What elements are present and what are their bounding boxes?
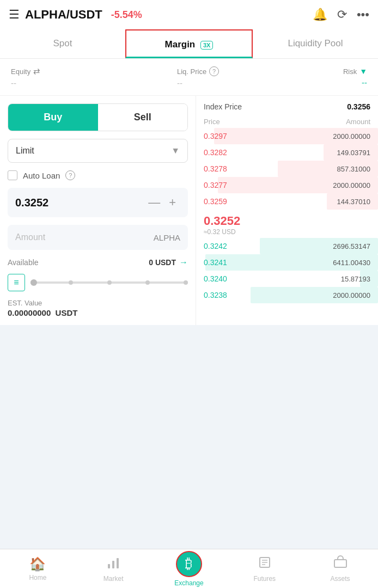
orderbook-col-headers: Price Amount — [196, 115, 378, 128]
buy-order-3[interactable]: 0.3240 15.87193 — [196, 271, 378, 287]
buy-button[interactable]: Buy — [8, 104, 98, 131]
nav-assets[interactable]: Assets — [302, 549, 378, 588]
trading-area: Buy Sell Limit ▼ Auto Loan ? 0.3252 — + — [0, 96, 378, 325]
nav-home[interactable]: 🏠 Home — [0, 549, 76, 588]
sell-orders: 0.3297 2000.00000 0.3282 149.03791 0.327… — [196, 128, 378, 210]
index-price-label: Index Price — [204, 102, 242, 111]
buy-sell-toggle: Buy Sell — [8, 103, 188, 131]
equity-row: Equity ⇄ -- Liq. Price ? -- Risk ▼ -- — [0, 59, 378, 96]
liq-info-icon[interactable]: ? — [209, 66, 219, 76]
auto-loan-label: Auto Loan — [23, 171, 60, 180]
margin-badge: 3X — [200, 41, 213, 50]
col-price-label: Price — [204, 118, 220, 126]
slider-thumb[interactable] — [31, 279, 37, 286]
main-tabs: Spot Margin 3X Liquidity Pool — [0, 29, 378, 59]
buy-order-4[interactable]: 0.3238 2000.00000 — [196, 287, 378, 303]
tab-liquidity[interactable]: Liquidity Pool — [253, 29, 378, 58]
liq-price-label: Liq. Price ? — [177, 66, 343, 76]
nav-home-label: Home — [29, 574, 46, 581]
equity-label: Equity ⇄ — [11, 66, 177, 76]
pair-title: ALPHA/USDT — [25, 8, 102, 22]
order-type-label: Limit — [16, 146, 171, 156]
nav-market[interactable]: Market — [76, 549, 151, 588]
risk-value: -- — [362, 78, 367, 87]
order-book: Index Price 0.3256 Price Amount 0.3297 2… — [196, 96, 378, 325]
risk-item: Risk ▼ -- — [343, 67, 367, 87]
nav-futures[interactable]: Futures — [227, 549, 302, 588]
auto-loan-row: Auto Loan ? — [8, 170, 188, 180]
amount-input-row[interactable]: Amount ALPHA — [8, 225, 188, 250]
svg-rect-0 — [108, 564, 110, 568]
sell-order-5[interactable]: 0.3259 144.37010 — [196, 193, 378, 210]
liq-price-value: -- — [177, 78, 343, 88]
order-type-arrow-icon: ▼ — [171, 146, 180, 156]
assets-icon — [333, 555, 347, 573]
home-icon: 🏠 — [29, 556, 46, 572]
buy-order-1[interactable]: 0.3242 2696.53147 — [196, 238, 378, 254]
risk-arrow-icon: ▼ — [359, 67, 367, 76]
index-price-value: 0.3256 — [347, 102, 370, 111]
amount-slider[interactable] — [31, 281, 188, 284]
sell-order-3[interactable]: 0.3278 857.31000 — [196, 161, 378, 177]
order-type-selector[interactable]: Limit ▼ — [8, 139, 188, 163]
svg-rect-2 — [117, 558, 119, 568]
amount-field[interactable]: Amount — [15, 232, 154, 242]
tab-spot[interactable]: Spot — [0, 29, 125, 58]
buy-orders: 0.3242 2696.53147 0.3241 6411.00430 0.32… — [196, 238, 378, 303]
equity-value: -- — [11, 78, 177, 88]
alert-icon[interactable]: 🔔 — [313, 8, 327, 22]
market-icon — [106, 555, 120, 573]
nav-exchange[interactable]: ₿ Exchange — [151, 549, 227, 588]
current-price-row: 0.3252 ≈0.32 USD — [196, 210, 378, 238]
bottom-navigation: 🏠 Home Market ₿ Exchange Futures — [0, 549, 378, 588]
nav-futures-label: Futures — [253, 575, 276, 583]
buy-order-2[interactable]: 0.3241 6411.00430 — [196, 254, 378, 271]
sell-order-4[interactable]: 0.3277 2000.00000 — [196, 177, 378, 193]
price-input-row: 0.3252 — + — [8, 188, 188, 217]
available-row: Available 0 USDT → — [8, 258, 188, 267]
more-icon[interactable]: ••• — [357, 8, 369, 22]
slider-mark-100 — [184, 280, 188, 285]
nav-exchange-label: Exchange — [174, 579, 203, 587]
share-icon[interactable]: ⟳ — [337, 8, 347, 22]
sell-button[interactable]: Sell — [98, 104, 188, 131]
futures-icon — [258, 555, 272, 573]
est-label: EST. Value — [8, 299, 188, 307]
sell-order-2[interactable]: 0.3282 149.03791 — [196, 144, 378, 161]
menu-icon[interactable]: ☰ — [9, 8, 20, 22]
est-value-row: EST. Value 0.00000000 USDT — [8, 299, 188, 317]
nav-market-label: Market — [103, 575, 124, 583]
slider-mark-75 — [145, 280, 150, 285]
exchange-icon: ₿ — [176, 551, 202, 577]
amount-slider-row: ≡ — [8, 274, 188, 291]
price-change: -5.54% — [111, 9, 142, 21]
left-panel: Buy Sell Limit ▼ Auto Loan ? 0.3252 — + — [0, 96, 196, 325]
equity-transfer-icon[interactable]: ⇄ — [33, 66, 40, 76]
svg-rect-7 — [334, 560, 346, 567]
price-decrement-button[interactable]: — — [144, 195, 164, 210]
header-actions: 🔔 ⟳ ••• — [313, 8, 369, 22]
liq-price-item: Liq. Price ? -- — [177, 66, 343, 88]
header: ☰ ALPHA/USDT -5.54% 🔔 ⟳ ••• — [0, 0, 378, 29]
est-value: 0.00000000 USDT — [8, 308, 188, 317]
sell-order-1[interactable]: 0.3297 2000.00000 — [196, 128, 378, 144]
equity-item: Equity ⇄ -- — [11, 66, 177, 88]
col-amount-label: Amount — [346, 118, 370, 126]
auto-loan-info-icon[interactable]: ? — [65, 170, 75, 180]
available-value: 0 USDT → — [149, 258, 188, 267]
current-usd-price: ≈0.32 USD — [204, 228, 370, 236]
slider-mark-50 — [107, 280, 112, 285]
price-field[interactable]: 0.3252 — [15, 197, 144, 209]
current-price: 0.3252 — [204, 214, 370, 228]
available-label: Available — [8, 258, 39, 267]
nav-assets-label: Assets — [331, 575, 350, 583]
tab-margin[interactable]: Margin 3X — [125, 29, 253, 58]
amount-unit-label: ALPHA — [154, 233, 180, 242]
price-increment-button[interactable]: + — [164, 195, 180, 210]
transfer-icon[interactable]: → — [179, 258, 188, 267]
auto-loan-checkbox[interactable] — [8, 170, 17, 180]
index-price-row: Index Price 0.3256 — [196, 96, 378, 115]
slider-list-icon[interactable]: ≡ — [8, 274, 25, 291]
risk-label: Risk ▼ — [343, 67, 367, 76]
slider-mark-25 — [69, 280, 73, 285]
